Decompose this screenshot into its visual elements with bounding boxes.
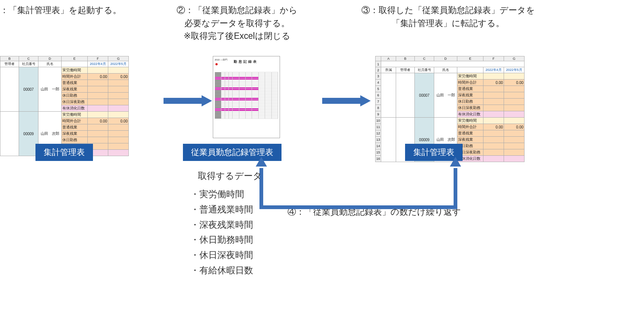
list-item: 休日深夜時間 <box>190 248 253 263</box>
step-1-caption: ：「集計管理表」を起動する。 <box>0 4 121 17</box>
list-item: 有給休暇日数 <box>190 263 253 278</box>
excel-summary-left: B C D E F G 管理者 社員番号 氏名 2022年4月 2022年5月 … <box>0 56 129 156</box>
arrow-icon <box>360 95 371 106</box>
list-item: 深夜残業時間 <box>190 217 253 233</box>
list-item: 普通残業時間 <box>190 202 253 217</box>
label-summary-left: 集計管理表 <box>35 144 93 161</box>
list-item: 実労働時間 <box>190 187 253 202</box>
step-3-caption: ③：取得した「従業員勤怠記録表」データを 「集計管理表」に転記する。 <box>351 4 545 30</box>
list-item: 休日勤務時間 <box>190 232 253 248</box>
step-2-caption: ②：「従業員勤怠記録表」から 必要なデータを取得する。 ※取得完了後Excelは… <box>157 4 317 43</box>
loop-arrow-icon <box>259 161 457 209</box>
data-list-title: 取得するデータ <box>198 170 262 182</box>
arrow-icon <box>202 95 212 106</box>
data-list: 実労働時間 普通残業時間 深夜残業時間 休日勤務時間 休日深夜時間 有給休暇日数 <box>190 187 253 278</box>
attendance-record-sheet: 2022 ○○部門 勤怠記録表 <box>213 56 280 138</box>
